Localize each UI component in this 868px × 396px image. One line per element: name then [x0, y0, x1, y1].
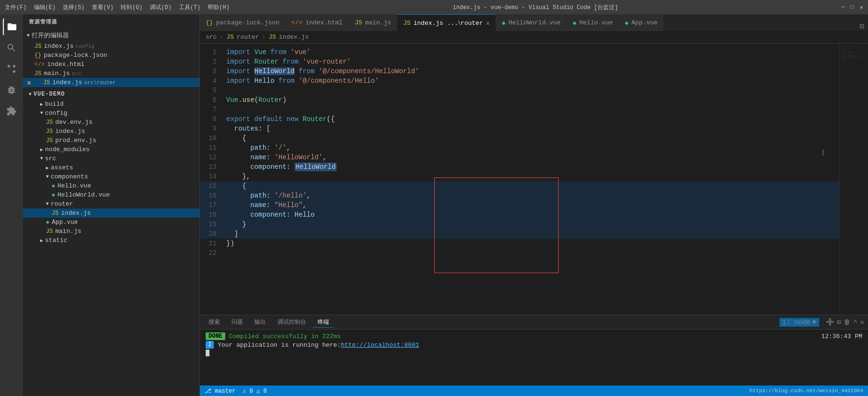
- terminal-tab-debug-console[interactable]: 调试控制台: [273, 317, 311, 327]
- terminal-content[interactable]: DONE Compiled successfully in 222ms 12:3…: [200, 330, 868, 385]
- code-line-13: 13 component: HelloWorld: [200, 162, 839, 172]
- window-close[interactable]: ✕: [860, 4, 863, 11]
- tab-main-js[interactable]: JS main.js: [349, 14, 397, 31]
- activity-extensions[interactable]: [3, 102, 20, 120]
- tree-assets[interactable]: ▶ assets: [23, 163, 199, 172]
- tab-close-button[interactable]: ✕: [486, 19, 490, 27]
- sidebar: 资源管理器 ▼ 打开的编辑器 JS index.js config {} pac…: [23, 14, 200, 396]
- app-url-link[interactable]: http://localhost:8081: [341, 341, 419, 349]
- breadcrumb-js-icon: JS: [226, 33, 234, 41]
- menu-help[interactable]: 帮助(H): [208, 3, 230, 11]
- terminal-tab-output[interactable]: 输出: [250, 317, 271, 327]
- code-line-6: 6 Vue.use(Router): [200, 95, 839, 105]
- js-router-icon: JS: [43, 79, 50, 86]
- tab-index-router[interactable]: JS index.js ...⧵router ✕: [397, 14, 496, 31]
- breadcrumb-src[interactable]: src: [206, 33, 217, 41]
- code-line-5: 5: [200, 86, 839, 95]
- code-line-8: 8 export default new Router({: [200, 114, 839, 124]
- status-url[interactable]: https://blog.csdn.net/weixin_4422964: [749, 388, 863, 394]
- breadcrumb-router[interactable]: router: [237, 33, 259, 41]
- open-editor-package-lock[interactable]: {} package-lock.json: [23, 51, 199, 60]
- tree-app-vue[interactable]: ◆ App.vue: [23, 218, 199, 227]
- git-branch[interactable]: ⎇ master: [205, 387, 235, 395]
- js-file-icon: JS: [34, 43, 41, 50]
- app-vue-icon: ◆: [46, 219, 49, 226]
- open-editor-index-html[interactable]: </> index.html: [23, 60, 199, 69]
- tab-app-vue[interactable]: ◆ App.vue: [619, 14, 663, 31]
- tree-router[interactable]: ▼ router: [23, 199, 199, 209]
- open-editors-chevron: ▼: [27, 33, 30, 38]
- activity-search[interactable]: [3, 39, 20, 56]
- menu-goto[interactable]: 转到(G): [121, 3, 143, 11]
- tab-bar: {} package-lock.json </> index.html JS m…: [200, 14, 868, 31]
- window-maximize[interactable]: □: [851, 4, 854, 11]
- open-editors-label: 打开的编辑器: [32, 31, 69, 40]
- terminal-cursor-line[interactable]: [206, 350, 862, 356]
- tab-index-html[interactable]: </> index.html: [286, 14, 349, 31]
- menu-view[interactable]: 查看(V): [92, 3, 114, 11]
- tree-index-config[interactable]: JS index.js: [23, 127, 199, 136]
- terminal-trash-button[interactable]: 🗑: [844, 319, 850, 326]
- terminal-cursor: [206, 350, 209, 356]
- terminal-split-button[interactable]: ⊡: [837, 318, 841, 326]
- tree-static[interactable]: ▶ static: [23, 236, 199, 245]
- index-config-icon: JS: [46, 128, 53, 135]
- activity-debug[interactable]: [3, 81, 20, 99]
- error-count[interactable]: ⚠ 0 △ 0: [242, 387, 266, 395]
- terminal-tab-terminal[interactable]: 终端: [313, 317, 334, 328]
- tree-src[interactable]: ▼ src: [23, 154, 199, 163]
- code-line-12: 12 name: 'HelloWorld',: [200, 153, 839, 162]
- html-file-icon: </>: [34, 61, 45, 68]
- open-editors-section[interactable]: ▼ 打开的编辑器: [23, 29, 199, 42]
- window-minimize[interactable]: ─: [841, 4, 845, 11]
- tree-config[interactable]: ▼ config: [23, 109, 199, 118]
- activity-explorer[interactable]: [3, 18, 20, 35]
- tree-build[interactable]: ▶ build: [23, 99, 199, 109]
- menu-debug[interactable]: 调试(D): [150, 3, 172, 11]
- split-editor-button[interactable]: ⊡: [859, 22, 864, 31]
- code-line-20: 20 ]: [200, 229, 839, 239]
- terminal-tab-bar: 搜索 问题 输出 调试控制台 终端 1: node ▼ ➕ ⊡ 🗑 ^ ✕: [200, 315, 868, 330]
- tree-main-js[interactable]: JS main.js: [23, 227, 199, 236]
- project-section[interactable]: ▼ VUE-DEMO: [23, 89, 199, 99]
- tree-prod-env[interactable]: JS prod.env.js: [23, 136, 199, 145]
- menu-select[interactable]: 选择(S): [63, 3, 85, 11]
- svg-point-2: [13, 65, 16, 68]
- js-file-icon2: JS: [34, 70, 41, 77]
- menu-edit[interactable]: 编辑(E): [34, 3, 56, 11]
- breadcrumb-file[interactable]: index.js: [279, 33, 308, 41]
- terminal-close-button[interactable]: ✕: [860, 318, 864, 326]
- menu-tools[interactable]: 工具(T): [179, 3, 201, 11]
- main-js-icon: JS: [46, 228, 53, 235]
- terminal-tab-search[interactable]: 搜索: [204, 317, 225, 327]
- code-line-7: 7: [200, 105, 839, 114]
- project-name: VUE-DEMO: [33, 91, 65, 98]
- tree-node-modules[interactable]: ▶ node_modules: [23, 145, 199, 154]
- tree-router-index[interactable]: JS index.js: [23, 209, 199, 218]
- tree-components[interactable]: ▼ components: [23, 172, 199, 181]
- breadcrumb-js-icon2: JS: [268, 33, 276, 41]
- code-line-16: 16 path: '/hello',: [200, 191, 839, 200]
- open-editor-index-config[interactable]: JS index.js config: [23, 42, 199, 51]
- terminal-timestamp: 12:36:43 PM: [821, 333, 862, 340]
- open-editor-main-js[interactable]: JS main.js src: [23, 69, 199, 78]
- terminal-add-button[interactable]: ➕: [826, 318, 834, 326]
- code-line-17: 17 name: "Hello",: [200, 200, 839, 210]
- minimap[interactable]: import Vue from 'vue' import Router from…: [839, 44, 868, 315]
- config-chevron: ▼: [40, 110, 43, 116]
- menu-file[interactable]: 文件(F): [5, 3, 27, 11]
- node-dropdown[interactable]: 1: node ▼: [780, 318, 819, 327]
- tab-package-lock[interactable]: {} package-lock.json: [200, 14, 286, 31]
- terminal-collapse-button[interactable]: ^: [853, 319, 857, 326]
- tree-hello-vue[interactable]: ◆ Hello.vue: [23, 181, 199, 190]
- open-editor-index-router[interactable]: ✕ JS index.js src\router: [23, 78, 199, 87]
- terminal-done-line: DONE Compiled successfully in 222ms 12:3…: [206, 332, 862, 340]
- terminal-tab-problems[interactable]: 问题: [227, 317, 248, 327]
- activity-git[interactable]: [3, 60, 20, 77]
- tab-helloworld-vue[interactable]: ◆ HelloWorld.vue: [496, 14, 567, 31]
- info-badge: I: [206, 341, 214, 349]
- tree-dev-env[interactable]: JS dev.env.js: [23, 118, 199, 127]
- tree-helloworld-vue[interactable]: ◆ HelloWorld.vue: [23, 190, 199, 199]
- tab-hello-vue[interactable]: ◆ Hello.vue: [567, 14, 619, 31]
- code-editor[interactable]: 1 import Vue from 'vue' 2 import Router …: [200, 44, 839, 315]
